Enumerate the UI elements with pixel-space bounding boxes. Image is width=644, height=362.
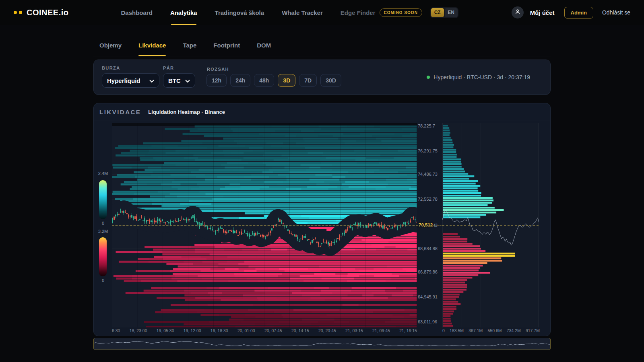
price-axis-label: 66,879.86 <box>418 269 438 274</box>
depth-profile-canvas[interactable] <box>442 123 539 327</box>
time-axis-label: 21, 16:15 <box>399 328 417 333</box>
time-axis-label: 19, 05:30 <box>157 328 174 333</box>
user-icon <box>514 8 521 16</box>
tab-likvidace[interactable]: Likvidace <box>138 35 166 56</box>
account-label[interactable]: Můj účet <box>530 9 555 16</box>
time-axis-label: 20, 07:45 <box>264 328 282 333</box>
chevron-down-icon <box>185 77 190 84</box>
tab-tape[interactable]: Tape <box>183 35 196 56</box>
admin-button[interactable]: Admin <box>564 7 593 19</box>
nav-item-tradingova-skola[interactable]: Tradingová škola <box>215 0 264 25</box>
depth-axis-label: 0 <box>442 328 445 333</box>
lang-option-cz[interactable]: CZ <box>431 8 444 17</box>
timeline-minimap[interactable] <box>93 338 551 350</box>
exchange-select-value: Hyperliquid <box>107 77 140 84</box>
depth-axis-label: 917.7M <box>526 328 540 333</box>
logout-link[interactable]: Odhlásit se <box>602 9 630 16</box>
time-axis-label: 20, 20:45 <box>318 328 336 333</box>
price-axis-label: 78,225.7 <box>418 123 435 128</box>
colorbar-shorts-max-label: 2.4M <box>95 171 111 176</box>
time-axis-label: 19, 18:30 <box>211 328 228 333</box>
liquidation-heatmap-chart: 2.4M 0 3.2M 0 78,225.7 76,291.75 74,486.… <box>94 121 550 336</box>
time-axis-label: 19, 12:00 <box>184 328 201 333</box>
feed-status-text: Hyperliquid · BTC-USD · 3d · 20:37:19 <box>433 74 530 80</box>
depth-axis-label: 183.5M <box>450 328 464 333</box>
panel-title: LIKVIDACE <box>99 109 141 115</box>
time-axis-label: 20, 14:15 <box>291 328 309 333</box>
range-button-3d[interactable]: 3D <box>278 74 295 87</box>
analytics-tabs: Objemy Likvidace Tape Footprint DOM <box>93 35 551 56</box>
burza-label: BURZA <box>102 66 120 70</box>
price-axis-label: 76,291.75 <box>418 148 438 153</box>
likvidace-panel: LIKVIDACE Liquidation Heatmap · Binance … <box>93 103 551 336</box>
exchange-select[interactable]: Hyperliquid <box>102 73 159 88</box>
depth-axis-label: 367.1M <box>469 328 483 333</box>
tab-footprint[interactable]: Footprint <box>213 35 240 56</box>
tab-dom[interactable]: DOM <box>257 35 271 56</box>
time-axis-label: 6:30 <box>112 328 120 333</box>
live-dot-icon <box>427 76 430 79</box>
depth-axis-label: 550.6M <box>487 328 502 333</box>
minimap-canvas[interactable] <box>94 339 550 349</box>
colorbar-longs <box>99 237 107 276</box>
pair-select[interactable]: BTC <box>163 73 195 88</box>
colorbar-longs-max-label: 3.2M <box>95 229 111 234</box>
logo-dot-icon <box>19 11 22 14</box>
time-axis-label: 20, 01:00 <box>237 328 255 333</box>
page: COINEE.io Dashboard Analytika Tradingová… <box>0 0 644 362</box>
time-axis: 6:30 18, 23:00 19, 05:30 19, 12:00 19, 1… <box>112 328 417 333</box>
logo-text: COINEE.io <box>27 8 69 17</box>
coming-soon-badge: COMING SOON <box>380 8 422 17</box>
range-button-12h[interactable]: 12h <box>206 74 227 87</box>
price-axis-label: 63,011.96 <box>418 319 437 324</box>
filter-bar: BURZA Hyperliquid PÁR BTC ROZSAH 12h 24h… <box>93 60 551 95</box>
depth-axis: 0 183.5M 367.1M 550.6M 734.2M 917.7M <box>442 328 540 333</box>
top-right-controls: CZ EN Můj účet Admin Odhlásit se <box>430 6 630 19</box>
panel-subtitle: Liquidation Heatmap · Binance <box>148 109 225 115</box>
colorbar-shorts-min-label: 0 <box>95 221 111 226</box>
time-axis-label: 21, 03:15 <box>345 328 363 333</box>
feed-status: Hyperliquid · BTC-USD · 3d · 20:37:19 <box>427 74 530 80</box>
lang-option-en[interactable]: EN <box>445 8 458 17</box>
price-axis-label: 64,945.91 <box>418 294 438 299</box>
nav-item-dashboard[interactable]: Dashboard <box>121 0 153 25</box>
rozsah-label: ROZSAH <box>207 67 229 72</box>
range-button-48h[interactable]: 48h <box>254 74 274 87</box>
top-nav-bar: COINEE.io Dashboard Analytika Tradingová… <box>0 0 644 25</box>
time-axis-label: 21, 09:45 <box>372 328 390 333</box>
main-nav: Dashboard Analytika Tradingová škola Wha… <box>121 0 422 25</box>
tab-objemy[interactable]: Objemy <box>99 35 122 56</box>
price-axis-label: 72,552.78 <box>418 197 438 202</box>
nav-item-whale-tracker[interactable]: Whale Tracker <box>282 0 323 25</box>
user-avatar[interactable] <box>512 6 524 19</box>
current-price-line <box>417 225 443 226</box>
colorbar-longs-min-label: 0 <box>95 278 111 283</box>
panel-header: LIKVIDACE Liquidation Heatmap · Binance <box>94 103 550 121</box>
depth-axis-label: 734.2M <box>507 328 521 333</box>
range-button-24h[interactable]: 24h <box>230 74 250 87</box>
range-button-30d[interactable]: 30D <box>320 74 341 87</box>
price-axis-label: 74,486.73 <box>418 172 438 177</box>
logo[interactable]: COINEE.io <box>14 8 69 17</box>
logo-dot-icon <box>14 11 17 14</box>
pair-select-value: BTC <box>168 77 181 84</box>
par-label: PÁR <box>163 66 174 70</box>
language-switch: CZ EN <box>430 7 458 18</box>
current-price-tag: 70,512 <box>417 222 434 228</box>
nav-item-label: Edge Finder <box>341 9 376 16</box>
colorbar-shorts <box>99 180 107 219</box>
price-axis-label: 68,684.88 <box>418 246 438 251</box>
nav-item-edge-finder: Edge Finder COMING SOON <box>341 0 422 25</box>
range-button-7d[interactable]: 7D <box>299 74 317 87</box>
heatmap-canvas[interactable] <box>112 123 417 327</box>
time-axis-label: 18, 23:00 <box>130 328 147 333</box>
nav-item-analytika[interactable]: Analytika <box>170 0 197 25</box>
range-buttons: 12h 24h 48h 3D 7D 30D <box>206 74 341 87</box>
chevron-down-icon <box>149 77 154 84</box>
